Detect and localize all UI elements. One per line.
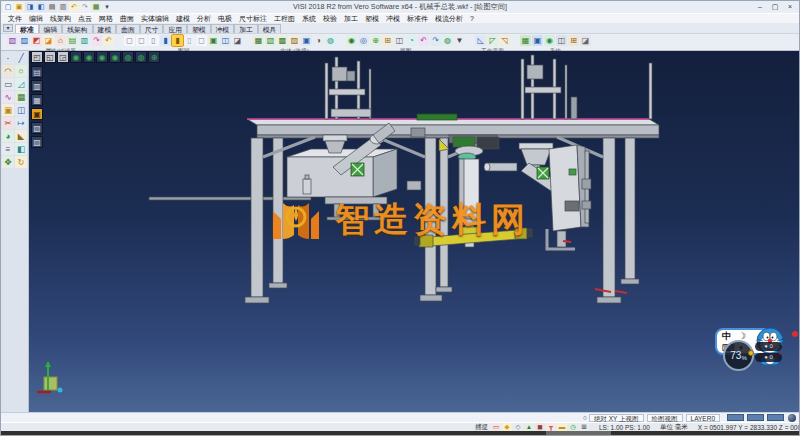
rotate-icon[interactable]: ↻ (15, 156, 27, 168)
toolbar-dropdown-icon[interactable]: ▾ (3, 24, 13, 32)
layer-box-icon[interactable]: ▯ (148, 35, 159, 46)
ribbon-tab[interactable]: 线架构 (62, 24, 92, 33)
filter-home-icon[interactable]: ⌂ (55, 35, 66, 46)
arc-icon[interactable]: ◠ (2, 65, 14, 77)
menu-item[interactable]: 冲模 (383, 14, 403, 24)
ribbon-tab[interactable]: 冲模 (211, 24, 235, 33)
layer-light-icon[interactable]: ▯ (184, 35, 195, 46)
filter-red-icon[interactable]: ◩ (31, 35, 42, 46)
view-refresh-icon[interactable]: ↷ (430, 35, 441, 46)
menu-item[interactable]: 分析 (194, 14, 214, 24)
globe-reset-icon[interactable]: ⊕ (148, 51, 160, 63)
view-previous-icon[interactable]: ↶ (418, 35, 429, 46)
snap-clock-icon[interactable]: ◷ (568, 423, 578, 431)
status-chip[interactable] (767, 414, 784, 421)
ribbon-tab[interactable]: 曲面 (116, 24, 140, 33)
menu-item[interactable]: 曲面 (117, 14, 137, 24)
chamfer-icon[interactable]: ◣ (15, 130, 27, 142)
layer-blue-icon[interactable]: ▮ (160, 35, 171, 46)
filter-teal-icon[interactable]: ▥ (79, 35, 90, 46)
display-wire-icon[interactable]: ▥ (31, 80, 43, 92)
select-filter-icon[interactable]: ◍ (325, 35, 336, 46)
display-active-icon[interactable]: ▣ (31, 108, 43, 120)
attribute-color-icon[interactable]: ▧ (7, 35, 18, 46)
globe-sw-icon[interactable]: ◉ (109, 51, 121, 63)
line-icon[interactable]: ╱ (15, 52, 27, 64)
new-document-icon[interactable]: ▢ (3, 2, 13, 12)
select-all-icon[interactable]: ▦ (253, 35, 264, 46)
mirror-icon[interactable]: ◧ (15, 143, 27, 155)
iso-view-icon[interactable]: ◰ (31, 51, 43, 63)
ribbon-tab[interactable]: 塑模 (187, 24, 211, 33)
globe-top-icon[interactable]: ◍ (122, 51, 134, 63)
ribbon-tab[interactable]: 建模 (93, 24, 117, 33)
globe-bottom-icon[interactable]: ◍ (135, 51, 147, 63)
magnifier-icon[interactable]: ○ (583, 414, 587, 421)
3d-viewport[interactable]: ◰◱◲◉◉◉◉◍◍⊕ ▤▥▦▣▧▨ 智造资料网 (29, 51, 799, 412)
select-solid-icon[interactable]: ▩ (277, 35, 288, 46)
view-zoom-fit-icon[interactable]: ⊕ (370, 35, 381, 46)
snap-film-icon[interactable]: ▬ (557, 423, 567, 431)
surface-icon[interactable]: ▦ (15, 91, 27, 103)
system-settings-icon[interactable]: ▦ (520, 35, 531, 46)
layer-toggle-icon[interactable]: ◻ (124, 35, 135, 46)
solid-cylinder-icon[interactable]: ◫ (15, 104, 27, 116)
menu-item[interactable]: ? (467, 15, 477, 22)
menu-item[interactable]: 实体编辑 (138, 14, 172, 24)
layer-view-icon[interactable]: ◻ (136, 35, 147, 46)
layer-new-icon[interactable]: ◻ (196, 35, 207, 46)
extend-icon[interactable]: ↦ (15, 117, 27, 129)
select-face-icon[interactable]: ▨ (289, 35, 300, 46)
system-grid-icon[interactable]: ⊞ (568, 35, 579, 46)
draw-view-field[interactable]: 绘图视图 (647, 414, 683, 422)
filter-arrow-icon[interactable]: ↷ (91, 35, 102, 46)
view-zoom-window-icon[interactable]: ⊞ (382, 35, 393, 46)
layer-field[interactable]: LAYER0 (686, 414, 720, 422)
curve-icon[interactable]: ∿ (2, 91, 14, 103)
system-display-icon[interactable]: ▣ (532, 35, 543, 46)
polyline-icon[interactable]: ◿ (15, 78, 27, 90)
select-window-icon[interactable]: ▧ (265, 35, 276, 46)
top-view-icon[interactable]: ◱ (44, 51, 56, 63)
workplane-view-field[interactable]: 绝对 XY 上视图 (589, 414, 644, 422)
menu-item[interactable]: 系统 (299, 14, 319, 24)
layer-copy-icon[interactable]: ◫ (220, 35, 231, 46)
snap-vehicle-icon[interactable]: ◼ (535, 423, 545, 431)
menu-item[interactable]: 建模 (173, 14, 193, 24)
display-hidden-icon[interactable]: ▦ (31, 94, 43, 106)
open-folder-icon[interactable]: ▣ (14, 2, 24, 12)
ribbon-tab[interactable]: 编辑 (39, 24, 63, 33)
ribbon-tab[interactable]: 模具 (258, 24, 282, 33)
front-view-icon[interactable]: ◲ (57, 51, 69, 63)
snap-crosshair-icon[interactable]: ⊞ (579, 423, 589, 431)
point-icon[interactable]: · (2, 52, 14, 64)
view-rotate-icon[interactable]: ◔ (406, 35, 417, 46)
status-chip[interactable] (747, 414, 764, 421)
filter-orange-icon[interactable]: ◪ (43, 35, 54, 46)
menu-item[interactable]: 工程图 (271, 14, 298, 24)
select-invert-icon[interactable]: ◑ (313, 35, 324, 46)
attribute-layer-icon[interactable]: ▨ (19, 35, 30, 46)
snap-person-icon[interactable]: ▲ (524, 423, 534, 431)
view-wire-icon[interactable]: ◎ (358, 35, 369, 46)
save-all-icon[interactable]: ◧ (36, 2, 46, 12)
filter-green-icon[interactable]: ▤ (67, 35, 78, 46)
snap-grid-icon[interactable]: ◇ (513, 423, 523, 431)
print-icon[interactable]: ▤ (47, 2, 57, 12)
layer-move-icon[interactable]: ◪ (232, 35, 243, 46)
ribbon-tab[interactable]: 加工 (234, 24, 258, 33)
menu-item[interactable]: 模流分析 (432, 14, 466, 24)
layer-manager-icon[interactable]: ▣ (208, 35, 219, 46)
workplane-new-icon[interactable]: ◸ (487, 35, 498, 46)
menu-item[interactable]: 点云 (75, 14, 95, 24)
status-chip[interactable] (727, 414, 744, 421)
redo-icon[interactable]: ↷ (80, 2, 90, 12)
view-dynamic-icon[interactable]: ◍ (442, 35, 453, 46)
globe-se-icon[interactable]: ◉ (96, 51, 108, 63)
menu-item[interactable]: 线架构 (47, 14, 74, 24)
system-info-icon[interactable]: ◉ (544, 35, 555, 46)
select-edge-icon[interactable]: ▣ (301, 35, 312, 46)
menu-item[interactable]: 尺寸标注 (236, 14, 270, 24)
system-help-icon[interactable]: ◪ (580, 35, 591, 46)
snap-tee-icon[interactable]: ┳ (546, 423, 556, 431)
